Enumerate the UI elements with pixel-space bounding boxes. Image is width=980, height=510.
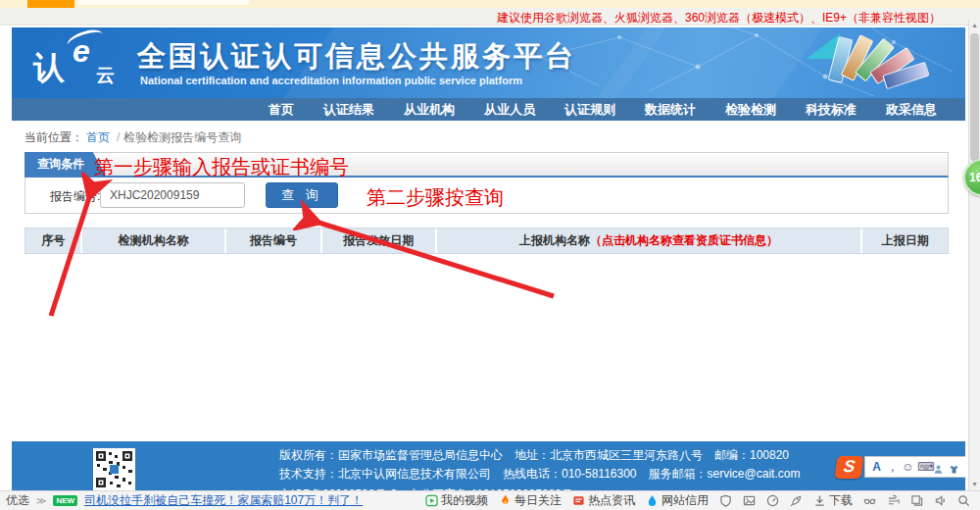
nav-item-cert-results[interactable]: 认证结果 [309, 98, 389, 121]
ime-person-icon[interactable] [933, 460, 946, 475]
play-icon [425, 494, 438, 507]
ime-buttons: A ， ☺ ⌨ ▦ [864, 456, 965, 478]
hot-news-button[interactable]: 热点资讯 [572, 492, 635, 509]
daily-follow-button[interactable]: 每日关注 [499, 492, 562, 509]
my-videos-button[interactable]: 我的视频 [425, 492, 488, 509]
breadcrumb-home-link[interactable]: 首页 [86, 130, 110, 144]
col-header-reporting-org: 上报机构名称（点击机构名称查看资质证书信息） [437, 229, 863, 253]
col-header-report-date: 上报日期 [862, 229, 948, 253]
ime-logo[interactable]: S [834, 456, 863, 479]
col-header-report-number: 报告编号 [226, 229, 322, 253]
rocket-icon[interactable] [790, 494, 803, 507]
browser-compat-notice-bar: 建议使用谷歌浏览器、火狐浏览器、360浏览器（极速模式）、IE9+（非兼容性视图… [0, 8, 980, 26]
logo-char-e: e [73, 33, 83, 70]
wind-icon[interactable] [887, 494, 900, 507]
step2-annotation: 第二步骤按查询 [367, 184, 504, 211]
screenshot-icon[interactable] [743, 494, 756, 507]
query-panel-header: 查询条件 第一步骤输入报告或证书编号 [24, 152, 949, 178]
multi-window-icon[interactable] [910, 494, 923, 507]
site-title: 全国认证认可信息公共服务平台 [137, 37, 576, 76]
bottom-bar-left: 优选 ≫ NEW 司机没拉手刹被自己车撞死！家属索赔107万！判了！ [0, 492, 363, 509]
breadcrumb: 当前位置：首页/检验检测报告编号查询 [24, 129, 241, 146]
nav-item-procurement[interactable]: 政采信息 [871, 98, 952, 121]
site-credit-label: 网站信用 [662, 492, 709, 509]
nav-item-cert-rules[interactable]: 认证规则 [550, 98, 630, 121]
logo-char-yun: 云 [96, 63, 110, 88]
news-headline-link[interactable]: 司机没拉手刹被自己车撞死！家属索赔107万！判了！ [84, 492, 363, 509]
query-panel: 查询条件 第一步骤输入报告或证书编号 报告编号: 查 询 第二步骤按查询 [24, 152, 949, 214]
qr-code [93, 448, 135, 490]
breadcrumb-current: 检验检测报告编号查询 [123, 130, 241, 144]
search-button[interactable]: 查 询 [266, 182, 338, 208]
site-subtitle: National certification and accreditation… [140, 75, 522, 86]
browser-compat-notice: 建议使用谷歌浏览器、火狐浏览器、360浏览器（极速模式）、IE9+（非兼容性视图… [497, 10, 941, 26]
shield-icon[interactable] [719, 494, 732, 507]
new-badge: NEW [53, 495, 77, 506]
col-header-org-name: 检测机构名称 [82, 229, 226, 253]
footer-text: 版权所有：国家市场监督管理总局信息中心 地址：北京市西城区三里河东路八号 邮编：… [279, 446, 800, 484]
nav-item-home[interactable]: 首页 [254, 98, 309, 121]
download-icon [813, 494, 826, 507]
page-footer: 版权所有：国家市场监督管理总局信息中心 地址：北京市西城区三里河东路八号 邮编：… [12, 441, 965, 490]
preferred-label[interactable]: 优选 [6, 492, 29, 509]
ime-keyboard-icon[interactable]: ⌨ [917, 457, 930, 477]
site-logo: 认 e 云 [33, 31, 141, 94]
glasses-icon[interactable] [863, 494, 876, 507]
results-table: 序号 检测机构名称 报告编号 报告发放日期 上报机构名称（点击机构名称查看资质证… [24, 228, 949, 254]
footer-line1: 版权所有：国家市场监督管理总局信息中心 地址：北京市西城区三里河东路八号 邮编：… [279, 446, 800, 465]
banner-photo-collage [779, 27, 936, 98]
browser-logo-remnant [27, 0, 74, 8]
scrollbar-down-arrow[interactable]: ▼ [969, 479, 980, 490]
ime-grid-icon[interactable]: ▦ [964, 457, 965, 477]
nav-item-statistics[interactable]: 数据统计 [630, 98, 710, 121]
search-icon[interactable] [957, 494, 970, 507]
nav-item-inspection[interactable]: 检验检测 [710, 98, 791, 121]
download-label: 下载 [829, 492, 853, 509]
speaker-icon[interactable] [934, 494, 947, 507]
daily-follow-label: 每日关注 [514, 492, 562, 509]
ime-language-icon[interactable]: A [870, 457, 883, 477]
scrollbar-up-arrow[interactable]: ▲ [969, 20, 980, 31]
site-banner: 认 e 云 全国认证认可信息公共服务平台 National certificat… [12, 27, 965, 98]
hot-news-label: 热点资讯 [588, 492, 635, 509]
nav-item-personnel[interactable]: 从业人员 [469, 98, 550, 121]
logo-char-ren: 认 [33, 47, 50, 90]
col-header-reporting-org-label: 上报机构名称 [519, 233, 590, 247]
download-button[interactable]: 下载 [813, 492, 853, 509]
hot-news-icon [572, 494, 585, 507]
ime-emoji-icon[interactable]: ☺ [902, 457, 914, 477]
water-drop-icon [646, 494, 659, 507]
col-header-index: 序号 [25, 229, 82, 253]
bottom-bar-right: 我的视频 每日关注 热点资讯 网站信用 下载 [425, 492, 980, 509]
flame-icon [499, 494, 512, 507]
col-header-org-note: （点击机构名称查看资质证书信息） [590, 233, 778, 247]
my-videos-label: 我的视频 [441, 492, 488, 509]
step1-annotation: 第一步骤输入报告或证书编号 [94, 154, 349, 180]
ime-punctuation-icon[interactable]: ， [886, 457, 899, 477]
ime-skin-icon[interactable] [949, 460, 961, 475]
report-number-label: 报告编号: [50, 188, 100, 205]
browser-toolbar-remnant [0, 0, 980, 8]
browser-bottom-bar: 优选 ≫ NEW 司机没拉手刹被自己车撞死！家属索赔107万！判了！ 我的视频 … [0, 490, 980, 510]
breadcrumb-separator: / [117, 130, 120, 144]
results-table-header-row: 序号 检测机构名称 报告编号 报告发放日期 上报机构名称（点击机构名称查看资质证… [24, 228, 949, 254]
browser-tab-remnant [78, 0, 249, 5]
report-number-input[interactable] [100, 182, 245, 208]
nav-item-organizations[interactable]: 从业机构 [389, 98, 469, 121]
breadcrumb-prefix: 当前位置： [24, 130, 83, 144]
query-panel-body: 报告编号: 查 询 第二步骤按查询 [24, 178, 949, 214]
col-header-issue-date: 报告发放日期 [322, 229, 437, 253]
page-scrollbar[interactable]: ▲ ▼ [968, 20, 980, 490]
site-credit-button[interactable]: 网站信用 [646, 492, 709, 509]
footer-line2: 技术支持：北京中认网信息技术有限公司 热线电话：010-58116300 服务邮… [279, 465, 800, 484]
extension-score-badge[interactable]: 16 [963, 159, 980, 196]
browser-window: 建议使用谷歌浏览器、火狐浏览器、360浏览器（极速模式）、IE9+（非兼容性视图… [0, 0, 980, 510]
scrollbar-thumb[interactable] [970, 33, 979, 161]
main-nav: 首页 认证结果 从业机构 从业人员 认证规则 数据统计 检验检测 科技标准 政采… [12, 98, 965, 121]
ime-toolbar: S A ， ☺ ⌨ ▦ [836, 455, 965, 479]
chevron-icon[interactable]: ≫ [36, 495, 46, 506]
speed-gauge-icon[interactable] [766, 494, 779, 507]
nav-item-tech-standards[interactable]: 科技标准 [791, 98, 871, 121]
